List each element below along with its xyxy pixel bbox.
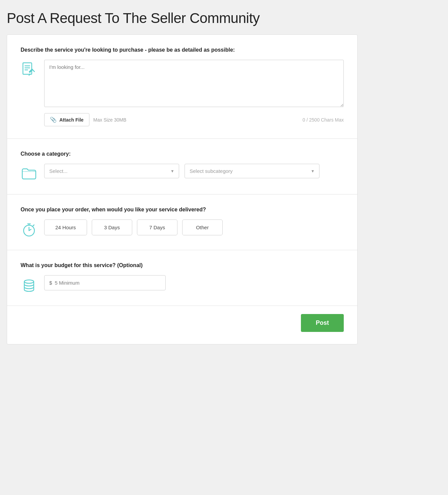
budget-row: $: [21, 275, 344, 293]
subcategory-select[interactable]: Select subcategory: [185, 164, 319, 178]
attach-area: 📎 Attach File Max Size 30MB: [44, 113, 127, 126]
category-selects-wrapper: Select... Graphics & Design Digital Mark…: [44, 164, 344, 178]
budget-section: What is your budget for this service? (O…: [7, 250, 357, 306]
delivery-7days-button[interactable]: 7 Days: [137, 219, 177, 235]
category-select-wrapper: Select... Graphics & Design Digital Mark…: [44, 164, 179, 178]
category-section: Choose a category: Select... Graphics & …: [7, 139, 357, 194]
category-icon: [21, 165, 37, 182]
paperclip-icon: 📎: [50, 116, 57, 123]
delivery-options: 24 Hours 3 Days 7 Days Other: [44, 219, 344, 235]
textarea-footer: 📎 Attach File Max Size 30MB 0 / 2500 Cha…: [44, 113, 344, 126]
description-content: 📎 Attach File Max Size 30MB 0 / 2500 Cha…: [44, 60, 344, 126]
budget-label: What is your budget for this service? (O…: [21, 262, 344, 268]
folder-icon: [21, 165, 37, 182]
delivery-icon: [21, 221, 37, 238]
max-size-text: Max Size 30MB: [93, 117, 127, 123]
stopwatch-icon: [21, 221, 37, 237]
budget-icon: [21, 277, 37, 293]
delivery-3days-button[interactable]: 3 Days: [92, 219, 132, 235]
description-row: 📎 Attach File Max Size 30MB 0 / 2500 Cha…: [21, 60, 344, 126]
post-button[interactable]: Post: [301, 314, 344, 332]
attach-file-button[interactable]: 📎 Attach File: [44, 113, 89, 126]
svg-rect-4: [29, 69, 33, 73]
description-label: Describe the service you're looking to p…: [21, 47, 344, 53]
category-select[interactable]: Select... Graphics & Design Digital Mark…: [44, 164, 179, 178]
delivery-label: Once you place your order, when would yo…: [21, 207, 344, 213]
svg-point-13: [24, 280, 34, 283]
budget-content: $: [44, 275, 344, 290]
delivery-24hours-button[interactable]: 24 Hours: [44, 219, 87, 235]
svg-line-5: [32, 70, 34, 72]
document-pencil-icon: [21, 61, 37, 78]
coins-icon: [21, 277, 37, 293]
description-section: Describe the service you're looking to p…: [7, 35, 357, 139]
description-icon: [21, 61, 37, 78]
description-textarea[interactable]: [44, 60, 344, 107]
page-title: Post A Request To The Seller Community: [7, 10, 441, 26]
attach-file-label: Attach File: [59, 117, 84, 123]
delivery-row: 24 Hours 3 Days 7 Days Other: [21, 219, 344, 238]
form-container: Describe the service you're looking to p…: [7, 34, 358, 344]
subcategory-select-wrapper: Select subcategory ▼: [185, 164, 319, 178]
char-count: 0 / 2500 Chars Max: [303, 117, 344, 123]
delivery-options-wrapper: 24 Hours 3 Days 7 Days Other: [44, 219, 344, 235]
svg-line-12: [33, 225, 34, 226]
post-button-row: Post: [7, 306, 357, 344]
category-row: Select... Graphics & Design Digital Mark…: [21, 164, 344, 182]
category-selects: Select... Graphics & Design Digital Mark…: [44, 164, 344, 178]
svg-rect-0: [23, 63, 32, 74]
budget-input-wrapper: $: [44, 275, 166, 290]
budget-input[interactable]: [55, 276, 161, 290]
currency-symbol: $: [49, 280, 52, 286]
category-label: Choose a category:: [21, 151, 344, 157]
delivery-section: Once you place your order, when would yo…: [7, 194, 357, 250]
delivery-other-button[interactable]: Other: [182, 219, 223, 235]
